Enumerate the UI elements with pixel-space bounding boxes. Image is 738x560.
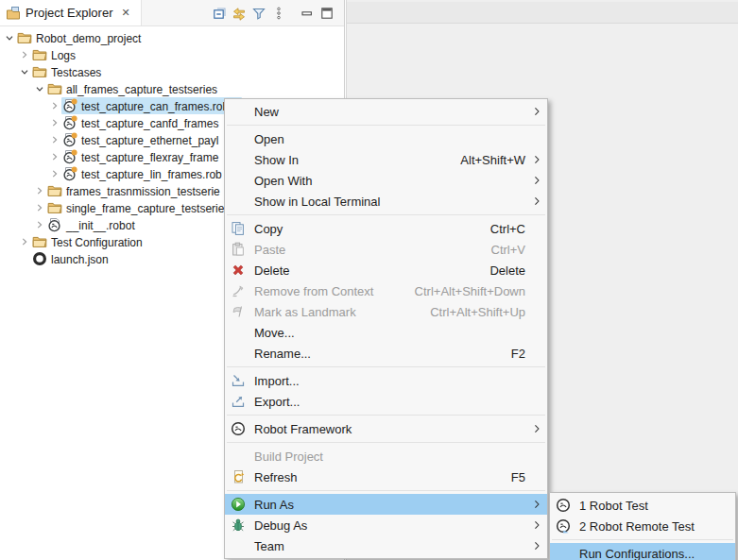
chevron-right-icon[interactable] bbox=[48, 99, 61, 112]
folder-icon bbox=[32, 64, 47, 79]
link-with-editor-icon bbox=[232, 6, 247, 21]
tab-title: Project Explorer bbox=[26, 6, 112, 20]
export-icon bbox=[231, 394, 246, 409]
menu-item-move[interactable]: Move... bbox=[225, 322, 547, 343]
folder-icon bbox=[32, 234, 47, 249]
submenu-arrow-icon bbox=[530, 422, 543, 435]
chevron-right-icon[interactable] bbox=[33, 184, 46, 197]
tree-item-logs[interactable]: Logs bbox=[0, 46, 344, 63]
tree-item-all-frames-capture-testseries[interactable]: all_frames_capture_testseries bbox=[0, 80, 344, 97]
chevron-right-icon[interactable] bbox=[48, 133, 61, 146]
menu-item-debug-as[interactable]: Debug As bbox=[225, 515, 547, 535]
view-menu-button[interactable] bbox=[268, 3, 288, 23]
robot-file-icon bbox=[62, 98, 77, 113]
submenu-arrow-icon bbox=[530, 195, 543, 208]
editor-tabstrip bbox=[347, 2, 738, 24]
chevron-down-icon[interactable] bbox=[33, 82, 46, 95]
tree-item-testcases[interactable]: Testcases bbox=[0, 63, 344, 80]
submenu-arrow-icon bbox=[530, 518, 543, 532]
chevron-right-icon[interactable] bbox=[48, 167, 61, 180]
menu-item-robot-framework[interactable]: Robot Framework bbox=[225, 418, 547, 439]
menu-item-mark-as-landmark[interactable]: Mark as Landmark Ctrl+Alt+Shift+Up bbox=[225, 301, 547, 322]
remove-from-context-icon bbox=[231, 283, 246, 298]
menu-item-team[interactable]: Team bbox=[225, 535, 547, 556]
tab-project-explorer[interactable]: Project Explorer ✕ bbox=[0, 0, 142, 25]
maximize-icon bbox=[319, 6, 335, 21]
collapse-all-icon bbox=[212, 6, 227, 21]
robot-file-icon bbox=[62, 166, 77, 181]
view-tabstrip: Project Explorer ✕ bbox=[0, 0, 344, 26]
run-as-submenu: 1 Robot Test 2 Robot Remote Test Run Con… bbox=[549, 492, 736, 560]
robot-file-icon bbox=[47, 217, 62, 232]
menu-item-refresh[interactable]: Refresh F5 bbox=[225, 467, 547, 487]
paste-icon bbox=[231, 242, 246, 257]
menu-separator bbox=[227, 366, 545, 367]
menu-item-paste[interactable]: Paste Ctrl+V bbox=[225, 239, 547, 260]
submenu-item-run-configurations[interactable]: Run Configurations... bbox=[550, 543, 735, 560]
robot-file-icon bbox=[62, 115, 77, 130]
submenu-arrow-icon bbox=[530, 498, 543, 511]
menu-item-export[interactable]: Export... bbox=[225, 391, 547, 412]
menu-separator bbox=[552, 539, 733, 540]
robot-framework-icon bbox=[231, 421, 246, 436]
chevron-right-icon[interactable] bbox=[33, 201, 46, 214]
launch-json-icon bbox=[32, 251, 47, 266]
import-icon bbox=[231, 373, 246, 388]
folder-icon bbox=[17, 30, 32, 45]
menu-separator bbox=[227, 415, 545, 416]
menu-item-copy[interactable]: Copy Ctrl+C bbox=[225, 218, 547, 239]
chevron-right-icon[interactable] bbox=[18, 235, 31, 248]
menu-item-delete[interactable]: Delete Delete bbox=[225, 260, 547, 280]
menu-item-open-with[interactable]: Open With bbox=[225, 170, 547, 191]
menu-separator bbox=[227, 442, 545, 443]
menu-item-new[interactable]: New bbox=[225, 101, 547, 122]
close-icon[interactable]: ✕ bbox=[118, 6, 132, 20]
filter-icon bbox=[251, 6, 266, 21]
context-menu: New Open Show In Alt+Shift+W Open With S… bbox=[224, 98, 548, 559]
menu-separator bbox=[227, 125, 545, 126]
chevron-down-icon[interactable] bbox=[3, 31, 16, 44]
menu-item-open[interactable]: Open bbox=[225, 128, 547, 149]
robot-framework-remote-icon bbox=[556, 518, 571, 534]
chevron-right-icon[interactable] bbox=[48, 116, 61, 129]
delete-icon bbox=[231, 263, 246, 278]
menu-item-run-as[interactable]: Run As bbox=[225, 494, 547, 515]
minimize-icon bbox=[300, 6, 315, 21]
menu-item-build-project[interactable]: Build Project bbox=[225, 446, 547, 467]
run-icon bbox=[231, 497, 246, 512]
menu-item-show-in[interactable]: Show In Alt+Shift+W bbox=[225, 149, 547, 170]
collapse-all-button[interactable] bbox=[209, 3, 229, 23]
maximize-button[interactable] bbox=[317, 3, 336, 23]
debug-bug-icon bbox=[231, 518, 246, 533]
submenu-arrow-icon bbox=[530, 174, 543, 187]
robot-framework-icon bbox=[556, 498, 571, 513]
chevron-right-icon[interactable] bbox=[18, 48, 31, 61]
folder-icon bbox=[47, 81, 62, 96]
link-with-editor-button[interactable] bbox=[229, 3, 249, 23]
tree-item-project[interactable]: Robot_demo_project bbox=[0, 29, 344, 46]
folder-icon bbox=[47, 183, 62, 198]
submenu-item-robot-test[interactable]: 1 Robot Test bbox=[550, 495, 735, 516]
copy-icon bbox=[231, 221, 246, 236]
robot-file-icon bbox=[62, 132, 77, 147]
landmark-flag-icon bbox=[231, 304, 246, 319]
submenu-item-robot-remote-test[interactable]: 2 Robot Remote Test bbox=[550, 516, 735, 536]
menu-separator bbox=[227, 214, 545, 215]
filter-button[interactable] bbox=[249, 3, 268, 23]
menu-item-remove-from-context[interactable]: Remove from Context Ctrl+Alt+Shift+Down bbox=[225, 280, 547, 301]
submenu-arrow-icon bbox=[530, 153, 543, 166]
view-menu-icon bbox=[271, 6, 286, 21]
submenu-arrow-icon bbox=[530, 539, 543, 552]
folder-icon bbox=[32, 47, 47, 62]
menu-separator bbox=[227, 490, 545, 491]
menu-item-rename[interactable]: Rename... F2 bbox=[225, 343, 547, 364]
chevron-down-icon[interactable] bbox=[18, 65, 31, 78]
chevron-right-icon[interactable] bbox=[33, 218, 46, 231]
view-toolbar bbox=[209, 0, 336, 25]
menu-item-show-in-local-terminal[interactable]: Show in Local Terminal bbox=[225, 191, 547, 212]
project-explorer-icon bbox=[6, 6, 21, 21]
app-window: Project Explorer ✕ Robot_demo_project Lo… bbox=[0, 0, 738, 560]
menu-item-import[interactable]: Import... bbox=[225, 370, 547, 391]
chevron-right-icon[interactable] bbox=[48, 150, 61, 163]
minimize-button[interactable] bbox=[297, 3, 317, 23]
